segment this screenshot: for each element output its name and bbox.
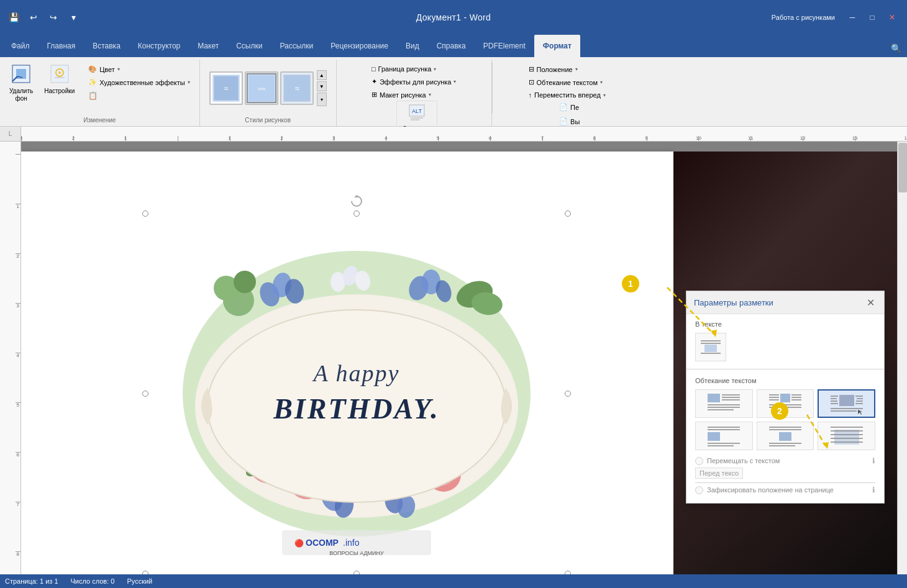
handle-ml[interactable] xyxy=(142,391,148,397)
undo-button[interactable]: ↩ xyxy=(25,9,42,26)
move-forward-button[interactable]: ↑ Переместить вперед ▾ xyxy=(524,89,610,101)
tab-pdelement[interactable]: PDFElement xyxy=(475,35,534,57)
tab-layout[interactable]: Макет xyxy=(189,35,227,57)
scrollbar-thumb[interactable] xyxy=(898,143,907,192)
pic-styles-up[interactable]: ▲ xyxy=(317,70,327,80)
pic-styles-scrollbar: ▲ ▼ ▾ xyxy=(317,70,327,106)
move-forward-label: Переместить вперед xyxy=(534,91,601,99)
document-canvas: A happy BIRTHDAY. 🔴 OCOMP .info ВОПРОСЫ … xyxy=(21,142,897,574)
wrap-option-4[interactable] xyxy=(695,422,753,450)
redo-button[interactable]: ↪ xyxy=(45,9,62,26)
color-button[interactable]: 🎨 Цвет ▾ xyxy=(84,63,194,75)
handle-mr[interactable] xyxy=(565,391,571,397)
window-title: Документ1 - Word xyxy=(416,12,491,22)
small-buttons-col: 🎨 Цвет ▾ ✨ Художественные эффекты ▾ 📋 xyxy=(84,61,194,102)
effects-label: Эффекты для рисунка xyxy=(380,78,451,86)
wrap-option-5[interactable] xyxy=(757,422,814,450)
close-button[interactable]: ✕ xyxy=(882,11,902,24)
rotate-handle[interactable] xyxy=(350,195,363,210)
remove-bg-icon xyxy=(11,64,31,86)
special-content: □ Граница рисунка ▾ ✦ Эффекты для рисунк… xyxy=(367,61,460,101)
move-with-text-radio[interactable] xyxy=(695,457,703,465)
bring-front-button[interactable]: 📄 Пе xyxy=(554,101,585,114)
border-label: Граница рисунка xyxy=(378,65,432,73)
wrap-text-button[interactable]: ⊡ Обтекание текстом ▾ xyxy=(524,76,608,88)
tab-view[interactable]: Вид xyxy=(397,35,428,57)
bring-front-icon: 📄 xyxy=(559,103,568,111)
art-effects-icon: ✨ xyxy=(88,78,97,86)
tab-help[interactable]: Справка xyxy=(428,35,475,57)
alt-text-icon: ALT xyxy=(408,104,426,124)
pic-styles-down[interactable]: ▼ xyxy=(317,81,327,91)
work-with-pictures-label: Работа с рисунками xyxy=(772,14,835,21)
arrange-col2: 📄 Пе 📄 Вы xyxy=(554,101,585,128)
pic-styles-label: Стили рисунков xyxy=(245,115,291,125)
ribbon-content: Удалитьфон Настройки 🎨 xyxy=(0,57,907,127)
wrap-option-6[interactable] xyxy=(818,422,875,450)
tab-review[interactable]: Рецензирование xyxy=(322,35,397,57)
before-text-label: Перед тексо xyxy=(695,468,743,479)
svg-point-6 xyxy=(58,71,61,74)
handle-bl[interactable] xyxy=(142,571,148,574)
handle-tl[interactable] xyxy=(142,210,148,217)
fix-position-radio[interactable] xyxy=(695,486,703,494)
wrap-text-icon: ⊡ xyxy=(529,78,534,86)
handle-br[interactable] xyxy=(565,571,571,574)
tab-insert[interactable]: Вставка xyxy=(84,35,129,57)
handle-bm[interactable] xyxy=(353,571,360,574)
effects-arrow: ▾ xyxy=(454,79,456,84)
move-forward-arrow: ▾ xyxy=(603,93,606,98)
tab-mailings[interactable]: Рассылки xyxy=(271,35,322,57)
wrap-section: Обтекание текстом xyxy=(686,371,884,503)
selected-image-container[interactable]: A happy BIRTHDAY. 🔴 OCOMP .info ВОПРОСЫ … xyxy=(145,214,568,574)
change-group-buttons: Удалитьфон Настройки 🎨 xyxy=(5,61,194,115)
pic-style-2[interactable]: ≈≈ xyxy=(245,71,278,105)
compress-button[interactable]: 📋 xyxy=(84,89,194,102)
pic-style-3[interactable]: ≈ xyxy=(280,71,314,105)
send-back-label: Вы xyxy=(570,118,580,125)
scrollbar-vertical[interactable] xyxy=(897,142,907,574)
settings-label: Настройки xyxy=(44,88,75,95)
handle-tr[interactable] xyxy=(565,210,571,217)
send-back-button[interactable]: 📄 Вы xyxy=(554,115,585,128)
move-forward-icon: ↑ xyxy=(529,91,532,99)
position-button[interactable]: ⊟ Положение ▾ xyxy=(524,63,582,75)
ribbon-group-pic-styles: ≈ ≈≈ ≈ ▲ ▼ ▾ Стили рисунков xyxy=(200,60,337,126)
inline-button[interactable] xyxy=(695,333,726,361)
border-button[interactable]: □ Граница рисунка ▾ xyxy=(367,63,440,75)
pic-layout-button[interactable]: ⊞ Макет рисунка ▾ xyxy=(367,89,435,101)
horizontal-ruler: 3211234567891011121314 xyxy=(21,127,907,141)
art-effects-arrow: ▾ xyxy=(188,79,190,85)
pic-styles-more[interactable]: ▾ xyxy=(317,93,327,106)
tab-file[interactable]: Файл xyxy=(2,35,39,57)
tab-home[interactable]: Главная xyxy=(39,35,84,57)
settings-button[interactable]: Настройки xyxy=(40,61,79,98)
svg-text:ВОПРОСЫ АДМИНУ: ВОПРОСЫ АДМИНУ xyxy=(329,550,384,556)
wrap-option-1[interactable] xyxy=(695,389,753,418)
restore-button[interactable]: □ xyxy=(862,11,882,24)
callout-2-label: 2 xyxy=(777,406,782,416)
svg-rect-69 xyxy=(704,345,717,352)
search-button[interactable]: 🔍 xyxy=(887,40,905,57)
wrap-option-3[interactable] xyxy=(818,389,875,418)
ribbon-group-arrange: ⊟ Положение ▾ ⊡ Обтекание текстом ▾ ↑ Пе… xyxy=(493,60,642,126)
art-effects-button[interactable]: ✨ Художественные эффекты ▾ xyxy=(84,76,194,88)
svg-rect-87 xyxy=(839,395,854,406)
tab-references[interactable]: Ссылки xyxy=(227,35,271,57)
fix-position-label: Зафиксировать положение на странице xyxy=(707,486,834,494)
pic-style-1[interactable]: ≈ xyxy=(209,71,243,105)
handle-tm[interactable] xyxy=(353,210,360,217)
tab-design[interactable]: Конструктор xyxy=(129,35,189,57)
title-bar: 💾 ↩ ↪ ▾ Документ1 - Word Работа с рисунк… xyxy=(0,0,907,35)
layout-panel-close-button[interactable]: ✕ xyxy=(864,296,877,309)
save-button[interactable]: 💾 xyxy=(5,9,22,26)
customize-qat-button[interactable]: ▾ xyxy=(65,9,82,26)
compress-icon: 📋 xyxy=(88,91,98,100)
svg-rect-101 xyxy=(708,432,720,441)
ribbon-group-change: Удалитьфон Настройки 🎨 xyxy=(0,60,200,126)
tab-format[interactable]: Формат xyxy=(534,35,580,57)
minimize-button[interactable]: ─ xyxy=(842,11,862,24)
wrap-text-arrow: ▾ xyxy=(600,79,603,85)
remove-bg-button[interactable]: Удалитьфон xyxy=(5,61,37,106)
effects-button[interactable]: ✦ Эффекты для рисунка ▾ xyxy=(367,76,460,88)
